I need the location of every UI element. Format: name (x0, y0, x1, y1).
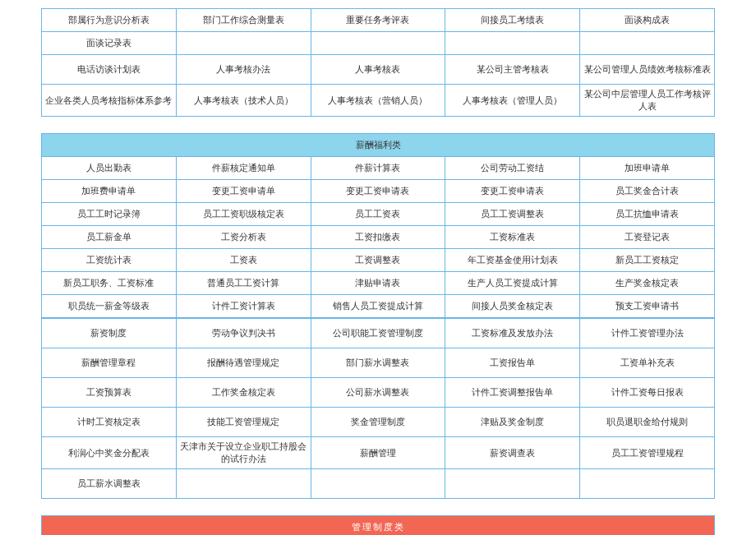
table-row: 加班费申请单 变更工资申请单 变更工资申请表 变更工资申请表 员工奖金合计表 (42, 180, 715, 203)
cell: 间接员工考绩表 (445, 9, 580, 32)
table-compensation-2: 薪资制度 劳动争议判决书 公司职能工资管理制度 工资标准及发放办法 计件工资管理… (41, 318, 715, 499)
cell: 公司职能工资管理制度 (311, 319, 445, 348)
table-row: 利润心中奖金分配表 天津市关于设立企业职工持股会的试行办法 薪酬管理 薪资调查表… (42, 437, 715, 469)
cell: 工资表 (176, 249, 311, 272)
cell: 加班费申请单 (42, 180, 177, 203)
table-row: 企业各类人员考核指标体系参考 人事考核表（技术人员） 人事考核表（营销人员） 人… (42, 85, 715, 117)
cell: 公司劳动工资结 (445, 157, 580, 180)
cell: 劳动争议判决书 (176, 319, 311, 348)
cell (580, 32, 715, 55)
table-assessment: 部属行为意识分析表 部门工作综合测量表 重要任务考评表 间接员工考绩表 面谈构成… (41, 8, 715, 117)
cell: 新员工工资核定 (580, 249, 715, 272)
cell: 人事考核办法 (176, 55, 311, 85)
cell: 员工抗恤申请表 (580, 203, 715, 226)
cell (580, 469, 715, 499)
cell: 人事考核表（技术人员） (176, 85, 311, 117)
cell (445, 469, 580, 499)
cell: 员工奖金合计表 (580, 180, 715, 203)
table-header-row: 管理制度类 (42, 516, 715, 536)
cell: 工作奖金核定表 (176, 378, 311, 408)
cell: 工资报告单 (445, 348, 580, 378)
table-row: 员工薪水调整表 (42, 469, 715, 499)
cell: 人事考核表（营销人员） (311, 85, 445, 117)
table-row: 面谈记录表 (42, 32, 715, 55)
cell: 变更工资申请表 (311, 180, 445, 203)
cell: 工资登记表 (580, 226, 715, 249)
cell: 生产奖金核定表 (580, 272, 715, 295)
cell: 工资分析表 (176, 226, 311, 249)
cell: 面谈记录表 (42, 32, 177, 55)
cell: 生产人员工资提成计算 (445, 272, 580, 295)
cell: 年工资基金使用计划表 (445, 249, 580, 272)
cell: 部门薪水调整表 (311, 348, 445, 378)
cell: 工资统计表 (42, 249, 177, 272)
cell: 新员工职务、工资标准 (42, 272, 177, 295)
cell: 津贴申请表 (311, 272, 445, 295)
cell: 津贴及奖金制度 (445, 408, 580, 437)
cell: 人员出勤表 (42, 157, 177, 180)
cell: 员工薪水调整表 (42, 469, 177, 499)
section-header: 管理制度类 (42, 516, 715, 536)
cell: 变更工资申请表 (445, 180, 580, 203)
table-row: 新员工职务、工资标准 普通员工工资计算 津贴申请表 生产人员工资提成计算 生产奖… (42, 272, 715, 295)
cell: 天津市关于设立企业职工持股会的试行办法 (176, 437, 311, 469)
cell: 重要任务考评表 (311, 9, 445, 32)
cell: 职员统一薪金等级表 (42, 295, 177, 318)
cell (311, 469, 445, 499)
cell (176, 469, 311, 499)
cell: 面谈构成表 (580, 9, 715, 32)
cell: 件薪核定通知单 (176, 157, 311, 180)
cell: 员工工时记录簿 (42, 203, 177, 226)
cell: 员工工资职级核定表 (176, 203, 311, 226)
table-row: 职员统一薪金等级表 计件工资计算表 销售人员工资提成计算 间接人员奖金核定表 预… (42, 295, 715, 318)
cell (176, 32, 311, 55)
table-row: 部属行为意识分析表 部门工作综合测量表 重要任务考评表 间接员工考绩表 面谈构成… (42, 9, 715, 32)
cell: 间接人员奖金核定表 (445, 295, 580, 318)
cell: 变更工资申请单 (176, 180, 311, 203)
table-row: 电话访谈计划表 人事考核办法 人事考核表 某公司主管考核表 某公司管理人员绩效考… (42, 55, 715, 85)
cell: 某公司中层管理人员工作考核评人表 (580, 85, 715, 117)
cell: 销售人员工资提成计算 (311, 295, 445, 318)
cell: 企业各类人员考核指标体系参考 (42, 85, 177, 117)
cell: 计时工资核定表 (42, 408, 177, 437)
section-header: 薪酬福利类 (42, 134, 715, 157)
cell: 员工薪金单 (42, 226, 177, 249)
table-management: 管理制度类 合理化建议管理条例 人力资源管理理念与规划 员工加班规定 公司考勤制… (41, 515, 715, 535)
cell: 利润心中奖金分配表 (42, 437, 177, 469)
cell: 工资扣缴表 (311, 226, 445, 249)
table-compensation: 薪酬福利类 人员出勤表 件薪核定通知单 件薪计算表 公司劳动工资结 加班申请单 … (41, 133, 715, 318)
cell: 技能工资管理规定 (176, 408, 311, 437)
table-row: 工资统计表 工资表 工资调整表 年工资基金使用计划表 新员工工资核定 (42, 249, 715, 272)
cell: 某公司主管考核表 (445, 55, 580, 85)
cell: 职员退职金给付规则 (580, 408, 715, 437)
cell (311, 32, 445, 55)
cell: 电话访谈计划表 (42, 55, 177, 85)
table-row: 薪资制度 劳动争议判决书 公司职能工资管理制度 工资标准及发放办法 计件工资管理… (42, 319, 715, 348)
cell: 人事考核表（管理人员） (445, 85, 580, 117)
cell: 普通员工工资计算 (176, 272, 311, 295)
cell: 计件工资管理办法 (580, 319, 715, 348)
cell: 工资调整表 (311, 249, 445, 272)
cell: 报酬待遇管理规定 (176, 348, 311, 378)
cell: 工资预算表 (42, 378, 177, 408)
table-row: 薪酬管理章程 报酬待遇管理规定 部门薪水调整表 工资报告单 工资单补充表 (42, 348, 715, 378)
cell: 工资标准及发放办法 (445, 319, 580, 348)
cell: 公司薪水调整表 (311, 378, 445, 408)
cell: 薪酬管理 (311, 437, 445, 469)
cell: 计件工资调整报告单 (445, 378, 580, 408)
cell: 某公司管理人员绩效考核标准表 (580, 55, 715, 85)
table-header-row: 薪酬福利类 (42, 134, 715, 157)
cell: 部门工作综合测量表 (176, 9, 311, 32)
cell: 部属行为意识分析表 (42, 9, 177, 32)
cell: 件薪计算表 (311, 157, 445, 180)
cell: 员工工资调整表 (445, 203, 580, 226)
cell: 计件工资计算表 (176, 295, 311, 318)
cell: 薪资调查表 (445, 437, 580, 469)
cell: 加班申请单 (580, 157, 715, 180)
table-row: 员工薪金单 工资分析表 工资扣缴表 工资标准表 工资登记表 (42, 226, 715, 249)
cell: 员工工资表 (311, 203, 445, 226)
cell: 员工工资管理规程 (580, 437, 715, 469)
cell: 薪资制度 (42, 319, 177, 348)
table-row: 人员出勤表 件薪核定通知单 件薪计算表 公司劳动工资结 加班申请单 (42, 157, 715, 180)
cell: 薪酬管理章程 (42, 348, 177, 378)
